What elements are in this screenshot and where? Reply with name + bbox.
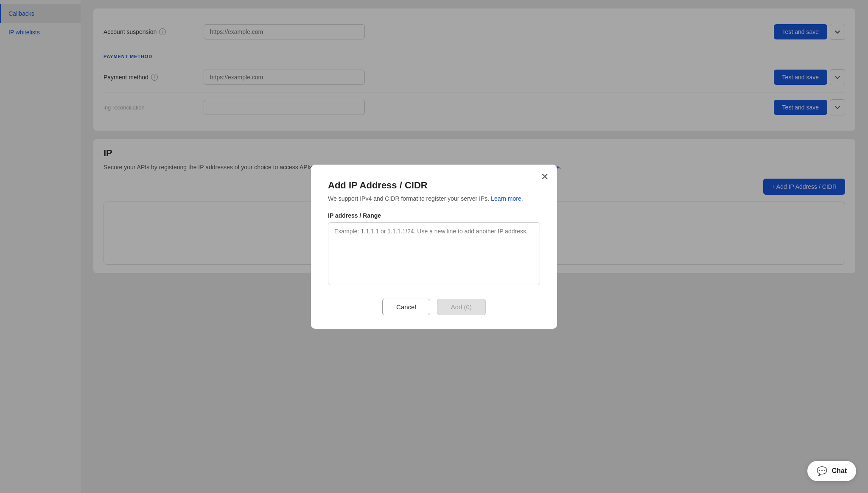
modal-close-button[interactable]: ✕ — [541, 172, 549, 182]
ip-address-textarea[interactable] — [328, 222, 540, 285]
modal-learn-more-link[interactable]: Learn more. — [491, 195, 523, 202]
modal-actions: Cancel Add (0) — [328, 299, 540, 315]
modal-field-label: IP address / Range — [328, 212, 540, 219]
modal-add-button[interactable]: Add (0) — [437, 299, 486, 315]
modal-cancel-button[interactable]: Cancel — [382, 299, 430, 315]
chat-bubble-icon: 💬 — [817, 466, 827, 476]
chat-widget[interactable]: 💬 Chat — [807, 461, 856, 481]
add-ip-modal: ✕ Add IP Address / CIDR We support IPv4 … — [311, 165, 557, 329]
modal-subtitle-text: We support IPv4 and CIDR format to regis… — [328, 195, 489, 202]
modal-overlay[interactable]: ✕ Add IP Address / CIDR We support IPv4 … — [0, 0, 868, 493]
modal-subtitle: We support IPv4 and CIDR format to regis… — [328, 195, 540, 202]
modal-title: Add IP Address / CIDR — [328, 180, 540, 191]
chat-label: Chat — [832, 467, 847, 475]
